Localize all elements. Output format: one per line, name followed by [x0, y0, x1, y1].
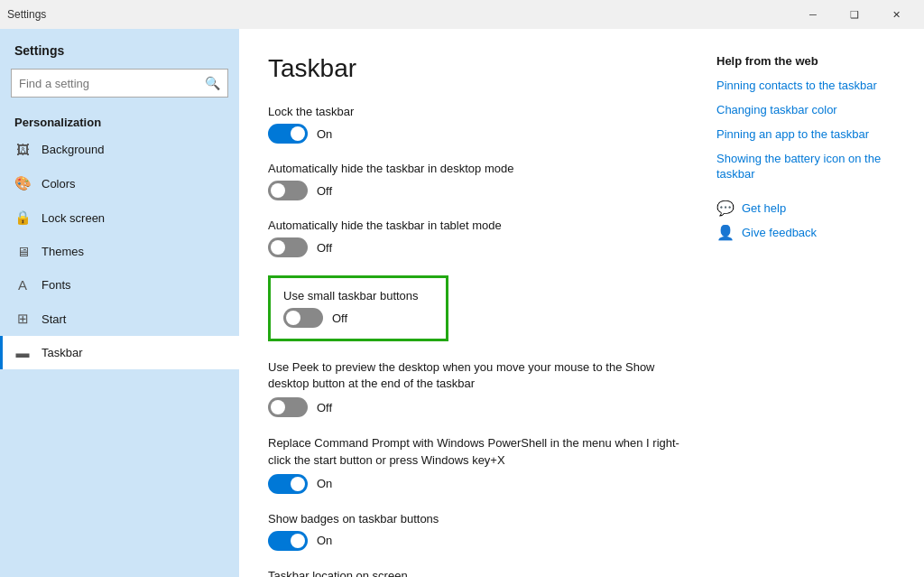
- give-feedback-icon: 👤: [716, 224, 735, 241]
- setting-row-hide-tablet: Automatically hide the taskbar in tablet…: [268, 219, 688, 257]
- titlebar-controls: ─ ❑ ✕: [792, 0, 917, 29]
- help-links: Pinning contacts to the taskbarChanging …: [716, 79, 906, 181]
- sidebar-item-label-themes: Themes: [42, 245, 84, 258]
- sidebar: Settings 🔍 Personalization 🖼Background🎨C…: [0, 29, 239, 577]
- toggle-powershell[interactable]: [268, 474, 308, 494]
- dropdown-container-taskbar-location: Taskbar location on screenBottom∨: [268, 569, 688, 577]
- get-help-label: Get help: [742, 201, 786, 215]
- help-link-pin-contacts[interactable]: Pinning contacts to the taskbar: [716, 79, 906, 94]
- lock-screen-icon: 🔒: [14, 209, 31, 226]
- setting-label-badges: Show badges on taskbar buttons: [268, 512, 688, 526]
- sidebar-header: Settings: [0, 29, 239, 65]
- setting-row-hide-desktop: Automatically hide the taskbar in deskto…: [268, 162, 688, 200]
- page-title: Taskbar: [268, 54, 688, 83]
- toggle-small-buttons[interactable]: [283, 308, 323, 328]
- colors-icon: 🎨: [14, 175, 31, 191]
- search-icon: 🔍: [205, 76, 220, 90]
- toggle-state-badges: On: [317, 534, 332, 547]
- help-actions: 💬Get help👤Give feedback: [716, 200, 906, 241]
- dropdown-label-taskbar-location: Taskbar location on screen: [268, 569, 688, 577]
- taskbar-icon: ▬: [14, 345, 31, 360]
- content-and-right: Taskbar Lock the taskbarOnAutomatically …: [239, 29, 924, 577]
- sidebar-item-background[interactable]: 🖼Background: [0, 133, 239, 166]
- toggle-lock-taskbar[interactable]: [268, 124, 308, 144]
- restore-button[interactable]: ❑: [834, 0, 875, 29]
- toggle-state-small-buttons: Off: [332, 312, 347, 325]
- background-icon: 🖼: [14, 142, 31, 157]
- toggle-peek-preview[interactable]: [268, 397, 308, 417]
- toggle-hide-tablet[interactable]: [268, 237, 308, 257]
- setting-row-powershell: Replace Command Prompt with Windows Powe…: [268, 435, 688, 493]
- toggle-badges[interactable]: [268, 531, 308, 551]
- app-window: Settings 🔍 Personalization 🖼Background🎨C…: [0, 29, 924, 577]
- sidebar-item-fonts[interactable]: AFonts: [0, 268, 239, 302]
- sidebar-item-themes[interactable]: 🖥Themes: [0, 235, 239, 268]
- fonts-icon: A: [14, 277, 31, 293]
- sidebar-item-colors[interactable]: 🎨Colors: [0, 166, 239, 200]
- right-panel: Help from the web Pinning contacts to th…: [716, 29, 924, 577]
- titlebar: Settings ─ ❑ ✕: [0, 0, 924, 29]
- sidebar-items-container: 🖼Background🎨Colors🔒Lock screen🖥ThemesAFo…: [0, 133, 239, 369]
- toggle-hide-desktop[interactable]: [268, 181, 308, 200]
- help-action-get-help[interactable]: 💬Get help: [716, 200, 906, 217]
- minimize-button[interactable]: ─: [792, 0, 834, 29]
- sidebar-item-label-background: Background: [42, 143, 104, 156]
- give-feedback-label: Give feedback: [742, 226, 817, 239]
- search-box[interactable]: 🔍: [11, 69, 228, 98]
- sidebar-item-label-colors: Colors: [42, 177, 76, 191]
- sidebar-item-label-lock-screen: Lock screen: [42, 211, 105, 225]
- themes-icon: 🖥: [14, 244, 31, 259]
- sidebar-item-label-fonts: Fonts: [42, 278, 71, 292]
- toggle-state-powershell: On: [317, 477, 332, 490]
- sidebar-item-label-start: Start: [42, 312, 66, 326]
- main-content: Taskbar Lock the taskbarOnAutomatically …: [239, 29, 716, 577]
- search-input[interactable]: [19, 77, 205, 90]
- sidebar-section-title: Personalization: [0, 108, 239, 133]
- setting-row-badges: Show badges on taskbar buttonsOn: [268, 512, 688, 551]
- setting-label-peek-preview: Use Peek to preview the desktop when you…: [268, 359, 688, 392]
- settings-container: Lock the taskbarOnAutomatically hide the…: [268, 105, 688, 551]
- setting-label-powershell: Replace Command Prompt with Windows Powe…: [268, 435, 688, 468]
- start-icon: ⊞: [14, 311, 31, 327]
- help-link-change-color[interactable]: Changing taskbar color: [716, 103, 906, 118]
- help-link-pin-app[interactable]: Pinning an app to the taskbar: [716, 127, 906, 143]
- help-section-title: Help from the web: [716, 54, 906, 68]
- dropdowns-container: Taskbar location on screenBottom∨Combine…: [268, 569, 688, 577]
- toggle-state-hide-desktop: Off: [317, 184, 332, 198]
- sidebar-item-taskbar[interactable]: ▬Taskbar: [0, 336, 239, 369]
- sidebar-item-start[interactable]: ⊞Start: [0, 302, 239, 336]
- get-help-icon: 💬: [716, 200, 735, 217]
- setting-label-hide-tablet: Automatically hide the taskbar in tablet…: [268, 219, 688, 232]
- toggle-state-peek-preview: Off: [317, 401, 332, 414]
- setting-label-lock-taskbar: Lock the taskbar: [268, 105, 688, 118]
- sidebar-item-lock-screen[interactable]: 🔒Lock screen: [0, 200, 239, 235]
- sidebar-item-label-taskbar: Taskbar: [42, 346, 83, 359]
- setting-row-peek-preview: Use Peek to preview the desktop when you…: [268, 359, 688, 417]
- setting-label-hide-desktop: Automatically hide the taskbar in deskto…: [268, 162, 688, 175]
- help-link-battery-icon[interactable]: Showing the battery icon on the taskbar: [716, 152, 906, 182]
- highlighted-setting-small-buttons: Use small taskbar buttonsOff: [268, 275, 448, 341]
- toggle-state-lock-taskbar: On: [317, 127, 332, 141]
- setting-label-small-buttons: Use small taskbar buttons: [283, 289, 433, 302]
- toggle-state-hide-tablet: Off: [317, 241, 332, 255]
- setting-row-lock-taskbar: Lock the taskbarOn: [268, 105, 688, 144]
- close-button[interactable]: ✕: [875, 0, 917, 29]
- help-action-give-feedback[interactable]: 👤Give feedback: [716, 224, 906, 241]
- titlebar-title: Settings: [7, 8, 792, 21]
